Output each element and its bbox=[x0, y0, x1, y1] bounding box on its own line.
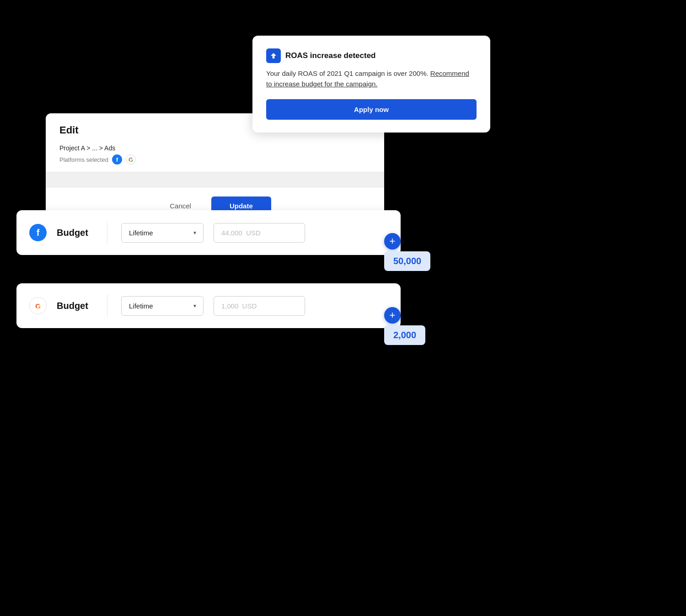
google-budget-type-wrapper[interactable]: Daily Lifetime Total bbox=[121, 296, 204, 316]
edit-modal-body bbox=[46, 172, 384, 187]
fb-budget-amount: 44,000 bbox=[221, 229, 242, 237]
google-platform-icon: G bbox=[126, 154, 136, 165]
google-budget-icon: G bbox=[29, 297, 47, 314]
roas-card-header: ROAS increase detected bbox=[266, 48, 477, 63]
roas-card-body: Your daily ROAS of 2021 Q1 campaign is o… bbox=[266, 69, 477, 89]
facebook-budget-label: Budget bbox=[57, 228, 93, 238]
google-budget-amount-box: 1,000 USD bbox=[214, 296, 305, 316]
google-budget-currency: USD bbox=[242, 302, 257, 310]
google-budget-amount: 1,000 bbox=[221, 302, 239, 310]
google-plus-tooltip: 2,000 bbox=[384, 325, 425, 345]
roas-body-text: Your daily ROAS of 2021 Q1 campaign is o… bbox=[266, 69, 429, 77]
roas-up-icon-box bbox=[266, 48, 281, 63]
fb-budget-currency: USD bbox=[246, 229, 261, 237]
breadcrumb: Project A > ... > Ads bbox=[59, 144, 370, 152]
fb-budget-type-wrapper[interactable]: Daily Lifetime Total bbox=[121, 223, 204, 243]
apply-now-button[interactable]: Apply now bbox=[266, 99, 477, 120]
google-budget-type-select[interactable]: Daily Lifetime Total bbox=[121, 296, 204, 316]
roas-card-title: ROAS increase detected bbox=[285, 51, 375, 60]
arrow-up-icon bbox=[269, 52, 278, 60]
google-budget-divider bbox=[107, 294, 107, 317]
facebook-budget-card: f Budget Daily Lifetime Total 44,000 USD bbox=[16, 210, 401, 255]
fb-budget-divider bbox=[107, 221, 107, 244]
platforms-label: Platforms selected bbox=[59, 156, 108, 163]
facebook-budget-icon: f bbox=[29, 224, 47, 241]
fb-plus-tooltip: 50,000 bbox=[384, 251, 430, 271]
fb-plus-bubble: + 50,000 bbox=[384, 233, 430, 271]
fb-plus-button[interactable]: + bbox=[384, 233, 401, 250]
google-plus-button[interactable]: + bbox=[384, 307, 401, 324]
google-g-letter: G bbox=[35, 302, 41, 310]
facebook-platform-icon: f bbox=[112, 154, 122, 165]
google-budget-card: G Budget Daily Lifetime Total 1,000 USD bbox=[16, 283, 401, 328]
fb-budget-type-select[interactable]: Daily Lifetime Total bbox=[121, 223, 204, 243]
fb-budget-amount-box: 44,000 USD bbox=[214, 223, 305, 243]
platforms-row: Platforms selected f G bbox=[59, 154, 370, 172]
roas-notification-card: ROAS increase detected Your daily ROAS o… bbox=[252, 36, 490, 133]
google-budget-label: Budget bbox=[57, 301, 93, 311]
google-plus-bubble: + 2,000 bbox=[384, 307, 425, 345]
